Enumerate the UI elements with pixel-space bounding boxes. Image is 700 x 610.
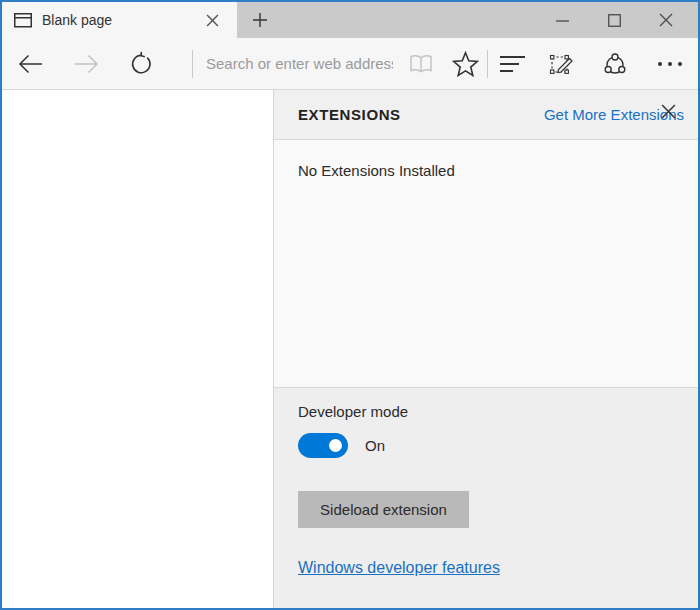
tab-bar: Blank page [2, 2, 698, 38]
book-icon [407, 52, 435, 76]
developer-mode-label: Developer mode [298, 403, 674, 420]
toggle-state-label: On [365, 437, 385, 454]
forward-button[interactable] [58, 38, 114, 90]
pen-selection-icon [549, 50, 576, 77]
new-tab-button[interactable] [237, 2, 283, 38]
extensions-panel-header: EXTENSIONS Get More Extensions [274, 90, 698, 140]
reading-list-button[interactable] [399, 38, 443, 90]
hub-button[interactable] [488, 38, 536, 90]
extensions-list: No Extensions Installed [274, 140, 698, 387]
browser-window: Blank page [0, 0, 700, 610]
back-arrow-icon [17, 52, 44, 76]
toolbar [2, 38, 698, 90]
star-icon [452, 51, 479, 77]
hub-lines-icon [500, 56, 525, 72]
more-button[interactable] [642, 38, 698, 90]
extensions-panel: EXTENSIONS Get More Extensions No Extens… [273, 90, 698, 608]
developer-mode-toggle[interactable] [298, 433, 348, 458]
refresh-icon [129, 51, 155, 77]
window-controls [536, 2, 692, 38]
tab-blank-page[interactable]: Blank page [2, 2, 237, 38]
ellipsis-icon [658, 62, 682, 66]
share-icon [601, 50, 629, 78]
tab-close-icon[interactable] [199, 7, 225, 33]
no-extensions-message: No Extensions Installed [298, 162, 674, 179]
minimize-button[interactable] [536, 2, 588, 38]
share-button[interactable] [588, 38, 642, 90]
back-button[interactable] [2, 38, 58, 90]
page-icon [14, 13, 32, 28]
web-note-button[interactable] [536, 38, 588, 90]
developer-section: Developer mode On Sideload extension Win… [274, 387, 698, 608]
address-bar-input[interactable] [193, 46, 399, 82]
favorites-button[interactable] [443, 38, 487, 90]
developer-mode-toggle-row: On [298, 433, 674, 458]
tab-bar-spacer [283, 2, 536, 38]
plus-icon [252, 12, 268, 28]
refresh-button[interactable] [114, 38, 170, 90]
blank-page-content [2, 90, 273, 608]
close-window-button[interactable] [640, 2, 692, 38]
sideload-extension-button[interactable]: Sideload extension [298, 491, 469, 528]
forward-arrow-icon [73, 52, 100, 76]
panel-close-button[interactable] [656, 99, 680, 123]
windows-developer-features-link[interactable]: Windows developer features [298, 559, 500, 577]
toggle-knob [329, 439, 342, 452]
panel-title: EXTENSIONS [298, 106, 401, 123]
content-area: EXTENSIONS Get More Extensions No Extens… [2, 90, 698, 608]
maximize-button[interactable] [588, 2, 640, 38]
tab-title: Blank page [42, 12, 189, 28]
